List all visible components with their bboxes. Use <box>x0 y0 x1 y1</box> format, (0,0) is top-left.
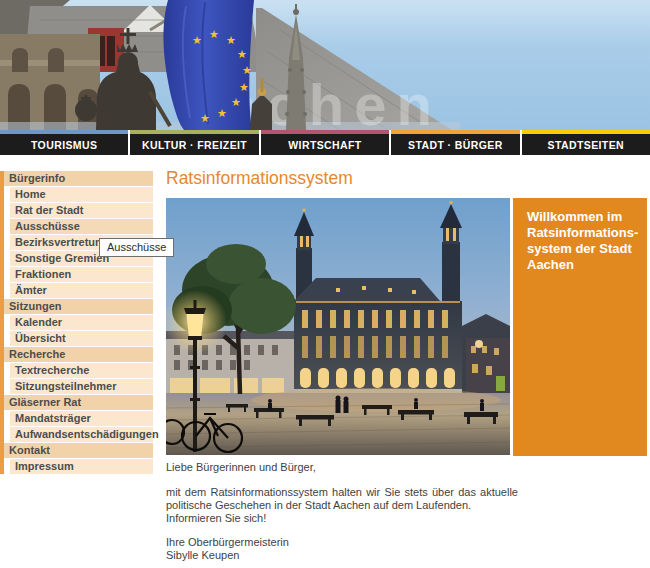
sidebar-item-sitzungsteilnehmer[interactable]: Sitzungsteilnehmer <box>10 379 153 394</box>
svg-text:★: ★ <box>200 112 210 125</box>
sidebar-accent-bar <box>0 171 4 474</box>
sidebar-item-aufwandsentschaedigungen[interactable]: Aufwandsentschädigungen <box>10 427 153 442</box>
greeting-line: Liebe Bürgerinnen und Bürger, <box>166 461 518 474</box>
tab-label: STADT · BÜRGER <box>391 134 519 156</box>
svg-text:★: ★ <box>209 28 219 41</box>
body-paragraph: mit dem Ratsinformationssystem halten wi… <box>166 486 518 525</box>
sidebar-header-kontakt[interactable]: Kontakt <box>4 443 153 458</box>
sidebar-header-recherche[interactable]: Recherche <box>4 347 153 362</box>
svg-text:★: ★ <box>231 96 241 109</box>
welcome-box: Willkommen im Ratsinformations- system d… <box>513 198 647 456</box>
tab-stadt-buerger[interactable]: STADT · BÜRGER <box>391 130 519 156</box>
rathaus-dusk-photo <box>166 198 510 455</box>
tab-label: TOURISMUS <box>0 134 128 156</box>
sidebar-item-fraktionen[interactable]: Fraktionen <box>10 267 153 282</box>
tab-stadtseiten[interactable]: STADTSEITEN <box>522 130 650 156</box>
svg-text:★: ★ <box>226 34 236 47</box>
sidebar-header-glaeserner-rat[interactable]: Gläserner Rat <box>4 395 153 410</box>
sidebar-item-rat-der-stadt[interactable]: Rat der Stadt <box>10 203 153 218</box>
svg-text:★: ★ <box>192 34 202 47</box>
sidebar-item-impressum[interactable]: Impressum <box>10 459 153 474</box>
sidebar-item-kalender[interactable]: Kalender <box>10 315 153 330</box>
signature: Ihre Oberbürgermeisterin Sibylle Keupen <box>166 536 518 562</box>
tab-label: WIRTSCHAFT <box>261 134 389 156</box>
tab-label: STADTSEITEN <box>522 134 650 156</box>
header-banner-image: aachen ★★★ ★★★ ★★★ <box>0 0 650 130</box>
sidebar-item-ausschuesse[interactable]: Ausschüsse <box>10 219 153 234</box>
tab-kultur-freizeit[interactable]: KULTUR · FREIZEIT <box>130 130 258 156</box>
intro-text: Liebe Bürgerinnen und Bürger, mit dem Ra… <box>166 461 518 568</box>
tab-wirtschaft[interactable]: WIRTSCHAFT <box>261 130 389 156</box>
sidebar-menu: Bürgerinfo Home Rat der Stadt Ausschüsse… <box>0 171 153 475</box>
sidebar-item-mandatstraeger[interactable]: Mandatsträger <box>10 411 153 426</box>
svg-text:★: ★ <box>242 64 252 77</box>
svg-text:★: ★ <box>237 48 247 61</box>
tab-tourismus[interactable]: TOURISMUS <box>0 130 128 156</box>
tab-label: KULTUR · FREIZEIT <box>130 134 258 156</box>
hover-tooltip: Ausschüsse <box>99 238 174 257</box>
svg-text:★: ★ <box>239 81 249 94</box>
eu-flag <box>163 0 254 130</box>
svg-text:★: ★ <box>217 107 227 120</box>
page-title: Ratsinformationssystem <box>166 168 353 189</box>
sidebar-header-sitzungen[interactable]: Sitzungen <box>4 299 153 314</box>
sidebar-item-aemter[interactable]: Ämter <box>10 283 153 298</box>
main-navigation: TOURISMUS KULTUR · FREIZEIT WIRTSCHAFT S… <box>0 130 650 156</box>
sidebar-item-textrecherche[interactable]: Textrecherche <box>10 363 153 378</box>
sidebar-item-home[interactable]: Home <box>10 187 153 202</box>
sidebar-header-buergerinfo[interactable]: Bürgerinfo <box>4 171 153 186</box>
sidebar-item-uebersicht[interactable]: Übersicht <box>10 331 153 346</box>
